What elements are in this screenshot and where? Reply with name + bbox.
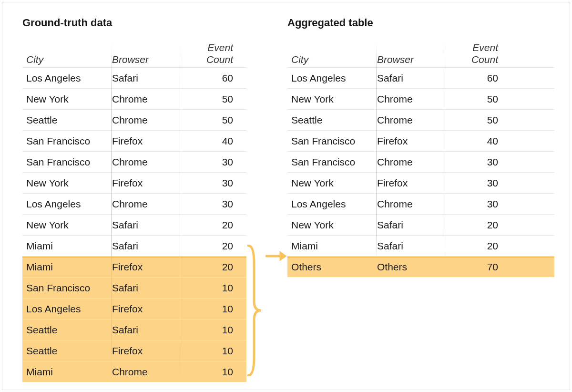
table-row: SeattleSafari10 [22, 319, 246, 340]
table-row: SeattleFirefox10 [22, 340, 246, 361]
cell-browser: Firefox [373, 135, 440, 147]
cell-count: 70 [440, 261, 502, 273]
ground-truth-panel: Ground-truth data City Browser EventCoun… [22, 17, 246, 382]
cell-city: Los Angeles [287, 72, 373, 84]
col-count-header: EventCount [175, 41, 237, 65]
cell-city: Los Angeles [22, 303, 108, 315]
aggregated-panel: Aggregated table City Browser EventCount… [287, 17, 554, 277]
cell-browser: Chrome [108, 156, 175, 168]
cell-city: Los Angeles [22, 198, 108, 210]
cell-browser: Firefox [373, 177, 440, 189]
cell-city: New York [287, 177, 373, 189]
cell-browser: Safari [108, 219, 175, 231]
cell-count: 40 [175, 135, 237, 147]
cell-city: New York [22, 219, 108, 231]
column-divider [376, 42, 377, 262]
cell-count: 20 [440, 240, 502, 252]
cell-browser: Safari [108, 240, 175, 252]
table-row: San FranciscoFirefox40 [22, 130, 246, 151]
table-row: Los AngelesSafari60 [22, 67, 246, 88]
table-row: MiamiFirefox20 [22, 256, 246, 277]
cell-browser: Firefox [108, 177, 175, 189]
cell-city: New York [22, 93, 108, 105]
cell-city: Seattle [287, 114, 373, 126]
table-row: New YorkChrome50 [22, 88, 246, 109]
col-browser-header: Browser [373, 53, 440, 65]
table-header-row: City Browser EventCount [287, 40, 554, 67]
cell-browser: Safari [373, 240, 440, 252]
cell-city: New York [287, 93, 373, 105]
cell-browser: Chrome [373, 93, 440, 105]
cell-browser: Safari [373, 72, 440, 84]
cell-count: 20 [175, 219, 237, 231]
arrow-right-icon [266, 250, 287, 262]
cell-browser: Firefox [108, 135, 175, 147]
cell-browser: Others [373, 261, 440, 273]
table-row: San FranciscoFirefox40 [287, 130, 554, 151]
cell-city: Miami [22, 366, 108, 378]
table-row: Los AngelesChrome30 [287, 193, 554, 214]
ground-truth-title: Ground-truth data [22, 17, 246, 29]
table-row: MiamiChrome10 [22, 361, 246, 382]
cell-count: 60 [175, 72, 237, 84]
cell-city: Los Angeles [287, 198, 373, 210]
cell-count: 30 [175, 198, 237, 210]
cell-city: San Francisco [287, 135, 373, 147]
cell-city: San Francisco [22, 156, 108, 168]
cell-browser: Chrome [373, 198, 440, 210]
cell-browser: Chrome [373, 114, 440, 126]
cell-browser: Chrome [108, 114, 175, 126]
cell-count: 30 [440, 198, 502, 210]
ground-truth-table: City Browser EventCount Los AngelesSafar… [22, 40, 246, 382]
table-row: MiamiSafari20 [22, 235, 246, 256]
cell-browser: Chrome [108, 198, 175, 210]
col-count-header: EventCount [440, 41, 502, 65]
cell-count: 30 [440, 177, 502, 189]
cell-browser: Safari [108, 282, 175, 294]
cell-browser: Firefox [108, 345, 175, 357]
table-row: New YorkChrome50 [287, 88, 554, 109]
cell-count: 50 [440, 114, 502, 126]
col-city-header: City [287, 53, 373, 65]
table-row: MiamiSafari20 [287, 235, 554, 256]
cell-city: Seattle [22, 324, 108, 336]
cell-browser: Chrome [108, 93, 175, 105]
cell-browser: Safari [373, 219, 440, 231]
cell-count: 20 [175, 261, 237, 273]
table-row: Los AngelesChrome30 [22, 193, 246, 214]
cell-city: Los Angeles [22, 72, 108, 84]
cell-browser: Chrome [373, 156, 440, 168]
cell-city: New York [287, 219, 373, 231]
brace-icon [247, 245, 262, 376]
cell-count: 10 [175, 345, 237, 357]
cell-city: San Francisco [287, 156, 373, 168]
aggregated-title: Aggregated table [287, 17, 554, 29]
cell-city: San Francisco [22, 135, 108, 147]
table-row: New YorkSafari20 [22, 214, 246, 235]
column-divider [180, 42, 180, 386]
column-divider [445, 42, 445, 262]
cell-count: 10 [175, 303, 237, 315]
col-browser-header: Browser [108, 53, 175, 65]
table-row: San FranciscoChrome30 [287, 151, 554, 172]
cell-city: Miami [22, 240, 108, 252]
cell-city: Miami [22, 261, 108, 273]
cell-browser: Chrome [108, 366, 175, 378]
cell-browser: Safari [108, 72, 175, 84]
cell-city: Miami [287, 240, 373, 252]
table-row: New YorkSafari20 [287, 214, 554, 235]
table-row: New YorkFirefox30 [22, 172, 246, 193]
cell-count: 10 [175, 366, 237, 378]
cell-count: 30 [440, 156, 502, 168]
cell-browser: Safari [108, 324, 175, 336]
cell-city: Seattle [22, 345, 108, 357]
aggregated-table: City Browser EventCount Los AngelesSafar… [287, 40, 554, 277]
table-row: San FranciscoChrome30 [22, 151, 246, 172]
table-row: SeattleChrome50 [287, 109, 554, 130]
diagram-frame: Ground-truth data City Browser EventCoun… [2, 2, 570, 390]
cell-count: 30 [175, 156, 237, 168]
cell-city: New York [22, 177, 108, 189]
table-row: San FranciscoSafari10 [22, 277, 246, 298]
cell-count: 20 [440, 219, 502, 231]
cell-count: 50 [175, 93, 237, 105]
